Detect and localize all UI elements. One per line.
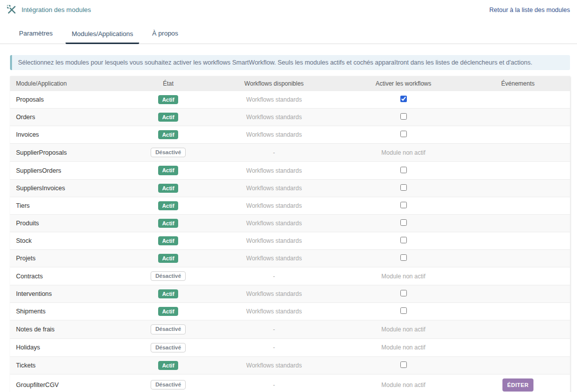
events-cell (466, 144, 570, 162)
activate-workflows-checkbox[interactable] (400, 184, 407, 191)
activate-workflows-checkbox[interactable] (400, 237, 407, 243)
col-header-events: Événements (466, 76, 570, 91)
status-badge: Actif (158, 307, 178, 316)
activate-cell (341, 356, 466, 374)
state-cell: Actif (129, 232, 207, 249)
edit-events-button[interactable]: ÉDITER (502, 378, 534, 391)
workflows-cell: Workflows standards (207, 162, 341, 179)
module-table-body: Proposals Actif Workflows standards Orde… (10, 91, 570, 392)
state-cell: Désactivé (129, 320, 207, 338)
activate-workflows-checkbox[interactable] (400, 254, 407, 261)
info-notice: Sélectionnez les modules pour lesquels v… (10, 55, 570, 70)
activate-cell (341, 249, 466, 267)
table-row: Contracts Désactivé - Module non actif (10, 267, 570, 285)
status-badge: Actif (158, 184, 178, 193)
workflows-cell: Workflows standards (207, 179, 341, 197)
activate-workflows-checkbox[interactable] (400, 167, 407, 173)
state-cell: Désactivé (129, 338, 207, 356)
tab-a-propos[interactable]: À propos (146, 27, 184, 44)
state-cell: Actif (129, 303, 207, 320)
module-name: Invoices (10, 126, 129, 144)
col-header-activate: Activer les workflows (341, 76, 466, 91)
module-name: GroupfilterCGV (10, 374, 129, 392)
table-row: Holidays Désactivé - Module non actif (10, 338, 570, 356)
module-name: Tiers (10, 197, 129, 214)
module-name: Notes de frais (10, 320, 129, 338)
workflows-cell: Workflows standards (207, 91, 341, 109)
events-cell (466, 162, 570, 179)
table-row: Tiers Actif Workflows standards (10, 197, 570, 214)
workflows-cell: Workflows standards (207, 214, 341, 232)
state-cell: Actif (129, 162, 207, 179)
table-row: SuppliersInvoices Actif Workflows standa… (10, 179, 570, 197)
activate-cell (341, 303, 466, 320)
table-row: Proposals Actif Workflows standards (10, 91, 570, 109)
events-cell (466, 91, 570, 109)
col-header-workflows: Workflows disponibles (207, 76, 341, 91)
workflows-cell: Workflows standards (207, 109, 341, 126)
activate-workflows-checkbox[interactable] (400, 96, 407, 102)
table-row: Stock Actif Workflows standards (10, 232, 570, 249)
activate-cell (341, 197, 466, 214)
tab-parametres[interactable]: Paramètres (13, 27, 59, 44)
tab-modules-applications[interactable]: Modules/Applications (66, 27, 139, 44)
table-row: SuppliersOrders Actif Workflows standard… (10, 162, 570, 179)
activate-workflows-checkbox[interactable] (400, 131, 407, 137)
state-cell: Désactivé (129, 144, 207, 162)
page-title: Intégration des modules (22, 6, 91, 14)
activate-workflows-checkbox[interactable] (400, 202, 407, 208)
table-row: Notes de frais Désactivé - Module non ac… (10, 320, 570, 338)
status-badge: Désactivé (151, 148, 185, 157)
workflows-cell: - (207, 320, 341, 338)
events-cell (466, 303, 570, 320)
page-header: Intégration des modules Retour à la list… (0, 0, 577, 15)
state-cell: Actif (129, 126, 207, 144)
module-name: SuppliersInvoices (10, 179, 129, 197)
workflows-cell: Workflows standards (207, 197, 341, 214)
status-badge: Actif (158, 113, 178, 122)
status-badge: Désactivé (151, 343, 185, 352)
workflows-cell: - (207, 374, 341, 392)
events-cell (466, 109, 570, 126)
module-name: Shipments (10, 303, 129, 320)
modules-table: Module/Application État Workflows dispon… (10, 76, 570, 392)
events-cell (466, 285, 570, 303)
activate-cell (341, 109, 466, 126)
tabs-bar: Paramètres Modules/Applications À propos (0, 27, 577, 44)
back-to-modules-link[interactable]: Retour à la liste des modules (489, 7, 570, 14)
module-name: Stock (10, 232, 129, 249)
status-badge: Actif (158, 219, 178, 228)
status-badge: Désactivé (151, 324, 185, 334)
module-name: Holidays (10, 338, 129, 356)
module-name: SupplierProposals (10, 144, 129, 162)
activate-workflows-checkbox[interactable] (400, 113, 407, 120)
activate-cell (341, 179, 466, 197)
workflows-cell: - (207, 144, 341, 162)
state-cell: Actif (129, 197, 207, 214)
events-cell (466, 356, 570, 374)
workflows-cell: Workflows standards (207, 303, 341, 320)
activate-cell: Module non actif (341, 144, 466, 162)
state-cell: Actif (129, 214, 207, 232)
table-row: Interventions Actif Workflows standards (10, 285, 570, 303)
activate-workflows-checkbox[interactable] (400, 307, 407, 314)
activate-workflows-checkbox[interactable] (400, 361, 407, 368)
events-cell (466, 320, 570, 338)
events-cell (466, 126, 570, 144)
status-badge: Désactivé (151, 380, 185, 389)
activate-workflows-checkbox[interactable] (400, 290, 407, 296)
status-badge: Actif (158, 289, 178, 298)
events-cell (466, 249, 570, 267)
state-cell: Actif (129, 179, 207, 197)
activate-workflows-checkbox[interactable] (400, 219, 407, 226)
activate-cell (341, 285, 466, 303)
status-badge: Actif (158, 236, 178, 245)
tools-icon (7, 5, 17, 15)
table-row: Invoices Actif Workflows standards (10, 126, 570, 144)
events-cell (466, 267, 570, 285)
status-badge: Actif (158, 95, 178, 104)
state-cell: Actif (129, 249, 207, 267)
table-row: GroupfilterCGV Désactivé - Module non ac… (10, 374, 570, 392)
state-cell: Actif (129, 91, 207, 109)
modules-table-wrap: Module/Application État Workflows dispon… (10, 76, 570, 392)
